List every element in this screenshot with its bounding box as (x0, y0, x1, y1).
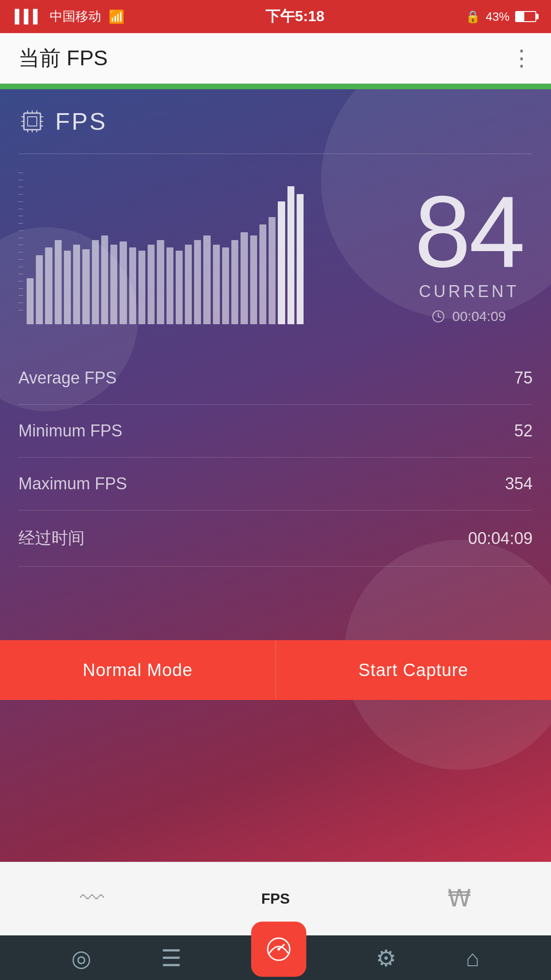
chart-bar (194, 240, 201, 324)
stat-row-average: Average FPS 75 (18, 352, 533, 405)
minimum-fps-label: Minimum FPS (18, 421, 122, 441)
y-tick (18, 310, 23, 310)
chart-bar (222, 247, 229, 324)
chart-bar (129, 247, 136, 324)
current-fps-label: CURRENT (414, 282, 523, 301)
stat-row-maximum: Maximum FPS 354 (18, 458, 533, 510)
chart-bar (73, 245, 80, 324)
page-title: 当前 FPS (18, 44, 108, 73)
nav-tab-wallet[interactable]: ₩ (367, 862, 551, 935)
stat-row-minimum: Minimum FPS 52 (18, 405, 533, 458)
chart-bar (138, 251, 145, 324)
chart-bar (203, 235, 210, 324)
current-fps-time: 00:04:09 (414, 309, 523, 324)
y-tick (18, 252, 23, 252)
y-tick (18, 216, 23, 216)
y-tick (18, 303, 23, 303)
chart-bar (148, 245, 155, 324)
y-tick (18, 259, 23, 260)
fps-divider (18, 154, 533, 154)
chart-bar (120, 241, 126, 324)
status-right: 🔒 43% (465, 10, 536, 24)
chart-bar (185, 245, 192, 324)
menu-sys-icon[interactable]: ☰ (161, 945, 182, 972)
signal-icon: ▌▌▌ (15, 9, 42, 24)
chart-bar (269, 217, 276, 324)
chart-bar (213, 245, 220, 324)
chart-row: 84 CURRENT 00:04:09 (18, 168, 533, 324)
chart-bar (241, 232, 247, 324)
y-tick (18, 172, 23, 173)
fps-section-title: FPS (55, 108, 107, 135)
home-sys-icon[interactable]: ◎ (71, 945, 92, 972)
chart-bar (166, 247, 173, 324)
nav-tab-graph[interactable]: 〰 (0, 862, 184, 935)
average-fps-label: Average FPS (18, 368, 116, 388)
y-tick (18, 267, 23, 267)
chart-bar (36, 255, 43, 324)
status-time: 下午5:18 (265, 6, 324, 27)
y-tick (18, 180, 23, 180)
chart-bar (110, 245, 117, 324)
y-tick (18, 194, 23, 195)
maximum-fps-label: Maximum FPS (18, 474, 127, 493)
start-capture-button[interactable]: Start Capture (276, 640, 551, 700)
current-fps-box: 84 CURRENT 00:04:09 (414, 186, 533, 324)
elapsed-time-value: 00:04:09 (468, 529, 533, 548)
clock-icon (432, 310, 445, 323)
battery-icon (515, 11, 536, 22)
chart-bar (157, 240, 164, 324)
svg-point-19 (277, 948, 280, 951)
app-header: 当前 FPS ⋮ (0, 33, 551, 84)
chart-bar (101, 235, 108, 324)
maximum-fps-value: 354 (505, 474, 533, 493)
y-tick (18, 274, 23, 274)
fps-chart-bars (27, 186, 304, 324)
y-tick (18, 187, 23, 187)
home2-sys-icon[interactable]: ⌂ (465, 945, 479, 972)
y-tick (18, 288, 23, 289)
svg-rect-0 (24, 113, 40, 130)
chart-bar (55, 240, 62, 324)
chart-bar (64, 251, 71, 324)
normal-mode-button[interactable]: Normal Mode (0, 640, 276, 700)
chart-bar (250, 235, 257, 324)
chart-bar (176, 251, 183, 324)
y-tick (18, 209, 23, 209)
lock-icon: 🔒 (465, 10, 480, 24)
y-axis (18, 172, 23, 310)
elapsed-time-label: 经过时间 (18, 527, 85, 550)
chart-bar (45, 247, 52, 324)
status-left: ▌▌▌ 中国移动 📶 (15, 8, 125, 25)
graph-icon: 〰 (80, 884, 104, 912)
wallet-icon: ₩ (448, 884, 471, 912)
fps-tab-label: FPS (261, 890, 290, 907)
chart-bar (259, 224, 266, 324)
chart-bar (27, 278, 34, 324)
y-tick (18, 238, 23, 238)
y-tick (18, 223, 23, 224)
bottom-buttons: Normal Mode Start Capture (0, 640, 551, 700)
current-elapsed-time: 00:04:09 (452, 309, 506, 324)
average-fps-value: 75 (514, 368, 533, 388)
svg-line-16 (438, 316, 441, 318)
more-options-button[interactable]: ⋮ (511, 47, 533, 69)
stat-row-elapsed: 经过时间 00:04:09 (18, 510, 533, 567)
current-fps-value: 84 (414, 186, 523, 277)
chart-bar (231, 240, 238, 324)
minimum-fps-value: 52 (514, 421, 533, 441)
cpu-icon (18, 108, 46, 135)
fps-section: FPS (0, 89, 551, 352)
status-bar: ▌▌▌ 中国移动 📶 下午5:18 🔒 43% (0, 0, 551, 33)
chart-bar (278, 201, 285, 324)
main-content: FPS (0, 89, 551, 862)
y-tick (18, 295, 23, 296)
settings-sys-icon[interactable]: ⚙ (376, 945, 396, 972)
chart-bar (297, 194, 304, 324)
chart-area (18, 168, 304, 324)
fab-speedometer[interactable] (251, 922, 306, 977)
y-tick (18, 201, 23, 202)
y-tick (18, 245, 23, 245)
speedometer-icon (265, 935, 293, 963)
chart-bar (287, 186, 294, 324)
